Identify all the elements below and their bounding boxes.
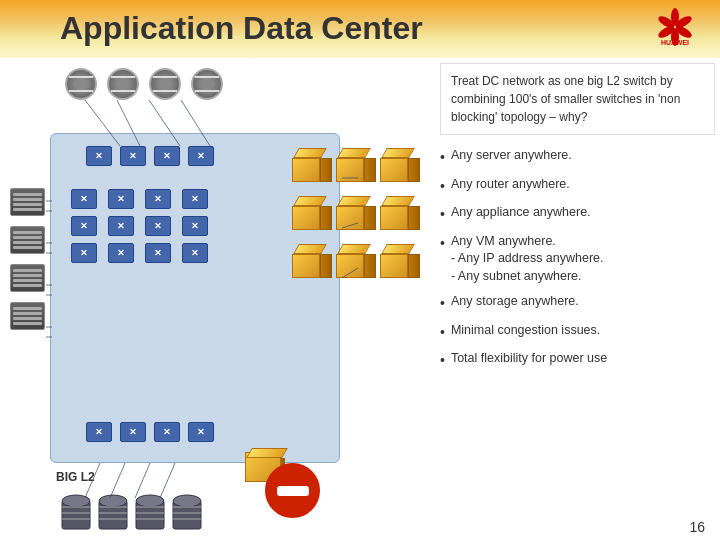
storage-cylinder-1: [60, 493, 92, 533]
bullet-dot-5: •: [440, 294, 445, 314]
bullet-text-5: Any storage anywhere.: [451, 293, 715, 311]
bullet-dot-6: •: [440, 323, 445, 343]
bullet-1: • Any server anywhere.: [440, 147, 715, 168]
no-entry-circle: [265, 463, 320, 518]
switch-m9: ✕: [71, 243, 97, 263]
bullet-text-2: Any router anywhere.: [451, 176, 715, 194]
storage-cylinder-4: [171, 493, 203, 533]
bullet-dot-3: •: [440, 205, 445, 225]
switch-m8: ✕: [182, 216, 208, 236]
switch-b3: ✕: [154, 422, 180, 442]
switch-2: ✕: [120, 146, 146, 166]
switch-m5: ✕: [71, 216, 97, 236]
bullet-dot-4: •: [440, 234, 445, 254]
bullet-dot-2: •: [440, 177, 445, 197]
router-icon-3: [149, 68, 181, 100]
router-icon-1: [65, 68, 97, 100]
svg-point-23: [173, 495, 201, 507]
switch-m11: ✕: [145, 243, 171, 263]
bullet-text-1: Any server anywhere.: [451, 147, 715, 165]
huawei-logo-icon: HUAWEI: [650, 7, 700, 49]
switch-m12: ✕: [182, 243, 208, 263]
storage-cylinder-3: [134, 493, 166, 533]
gold-box-9: [380, 244, 420, 278]
gold-box-5: [336, 196, 376, 230]
server-stack-3: [10, 264, 45, 292]
logo-area: HUAWEI: [645, 8, 705, 48]
bullet-text-6: Minimal congestion issues.: [451, 322, 715, 340]
intro-text: Treat DC network as one big L2 switch by…: [451, 74, 680, 124]
bullet-text-7: Total flexibility for power use: [451, 350, 715, 368]
bullet-text-4: Any VM anywhere.- Any IP address anywher…: [451, 233, 715, 286]
svg-point-8: [62, 495, 90, 507]
intro-box: Treat DC network as one big L2 switch by…: [440, 63, 715, 135]
server-stack-4: [10, 302, 45, 330]
storage-area: [60, 493, 203, 533]
bullet-dot-7: •: [440, 351, 445, 371]
switch-row-bottom: ✕ ✕ ✕ ✕: [86, 422, 214, 442]
bullet-6: • Minimal congestion issues.: [440, 322, 715, 343]
router-row: [65, 68, 223, 100]
bullet-text-3: Any appliance anywhere.: [451, 204, 715, 222]
switch-m10: ✕: [108, 243, 134, 263]
page-title: Application Data Center: [60, 10, 423, 47]
bigl2-label: BIG L2: [56, 470, 95, 484]
gold-box-3: [380, 148, 420, 182]
switch-b1: ✕: [86, 422, 112, 442]
bullet-dot-1: •: [440, 148, 445, 168]
router-icon-4: [191, 68, 223, 100]
gold-cluster-1: [292, 148, 420, 182]
router-icon-2: [107, 68, 139, 100]
switch-1: ✕: [86, 146, 112, 166]
switch-m6: ✕: [108, 216, 134, 236]
gold-cluster-2: [292, 196, 420, 230]
switch-m4: ✕: [182, 189, 208, 209]
bullet-2: • Any router anywhere.: [440, 176, 715, 197]
svg-point-18: [136, 495, 164, 507]
bullet-3: • Any appliance anywhere.: [440, 204, 715, 225]
gold-box-2: [336, 148, 376, 182]
no-entry-sign: [250, 463, 305, 518]
gold-clusters-right: [292, 148, 420, 284]
page-number: 16: [689, 519, 705, 535]
text-panel: Treat DC network as one big L2 switch by…: [440, 63, 715, 379]
switch-b2: ✕: [120, 422, 146, 442]
gold-box-8: [336, 244, 376, 278]
switch-b4: ✕: [188, 422, 214, 442]
bullet-5: • Any storage anywhere.: [440, 293, 715, 314]
bullet-7: • Total flexibility for power use: [440, 350, 715, 371]
server-stack-1: [10, 188, 45, 216]
server-stack-2: [10, 226, 45, 254]
gold-box-7: [292, 244, 332, 278]
main-content: ✕ ✕ ✕ ✕ ✕ ✕ ✕ ✕ ✕ ✕ ✕ ✕ ✕ ✕ ✕ ✕: [0, 58, 720, 540]
switch-grid-middle: ✕ ✕ ✕ ✕ ✕ ✕ ✕ ✕ ✕ ✕ ✕ ✕: [71, 189, 212, 263]
svg-text:HUAWEI: HUAWEI: [661, 39, 689, 46]
gold-box-6: [380, 196, 420, 230]
gold-box-1: [292, 148, 332, 182]
gold-cluster-3: [292, 244, 420, 278]
gold-box-4: [292, 196, 332, 230]
no-entry-bar: [277, 486, 309, 496]
switch-4: ✕: [188, 146, 214, 166]
server-stacks-left: [10, 188, 45, 330]
switch-m3: ✕: [145, 189, 171, 209]
switch-row-top: ✕ ✕ ✕ ✕: [86, 146, 214, 166]
switch-m1: ✕: [71, 189, 97, 209]
switch-3: ✕: [154, 146, 180, 166]
diagram-area: ✕ ✕ ✕ ✕ ✕ ✕ ✕ ✕ ✕ ✕ ✕ ✕ ✕ ✕ ✕ ✕: [10, 68, 430, 538]
svg-point-13: [99, 495, 127, 507]
storage-cylinder-2: [97, 493, 129, 533]
switch-m2: ✕: [108, 189, 134, 209]
bullet-4: • Any VM anywhere.- Any IP address anywh…: [440, 233, 715, 286]
switch-m7: ✕: [145, 216, 171, 236]
